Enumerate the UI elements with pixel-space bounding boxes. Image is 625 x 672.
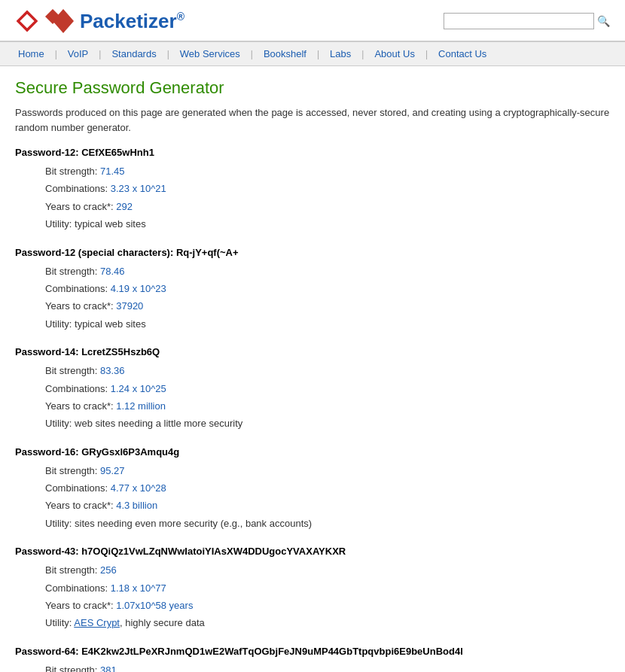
nav-about-us[interactable]: About Us <box>364 42 425 65</box>
intro-text: Passwords produced on this page are gene… <box>15 105 610 135</box>
utility-4: Utility: sites needing even more securit… <box>45 515 610 532</box>
years-4: Years to crack*: 4.3 billion <box>45 497 610 514</box>
password-details-4: Bit strength: 95.27 Combinations: 4.77 x… <box>15 462 610 533</box>
password-section-6: Password-64: E4K2kw2JtLPeXRJnmQD1wE2WafT… <box>15 646 610 672</box>
navbar: Home | VoIP | Standards | Web Services |… <box>0 41 625 66</box>
password-section-3: Password-14: LcretZS5Hszb6Q Bit strength… <box>15 346 610 433</box>
password-section-1: Password-12: CEfXE65wHnh1 Bit strength: … <box>15 147 610 233</box>
password-section-5: Password-43: h7OQiQz1VwLZqNWwIatoiYIAsXW… <box>15 546 610 632</box>
header: Packetizer® 🔍 <box>0 0 625 41</box>
nav-home[interactable]: Home <box>8 42 55 65</box>
logo-area: Packetizer® <box>15 8 184 35</box>
main-content: Secure Password Generator Passwords prod… <box>0 66 625 672</box>
page-title: Secure Password Generator <box>15 78 610 98</box>
years-5: Years to crack*: 1.07x10^58 years <box>45 597 610 614</box>
combinations-1: Combinations: 3.23 x 10^21 <box>45 180 610 197</box>
search-area: 🔍 <box>444 13 610 29</box>
bit-strength-6: Bit strength: 381 <box>45 661 610 672</box>
logo-text: Packetizer® <box>80 10 184 33</box>
bit-strength-2: Bit strength: 78.46 <box>45 263 610 280</box>
bit-strength-3: Bit strength: 83.36 <box>45 362 610 379</box>
password-label-4: Password-16: GRyGsxl6P3Amqu4g <box>15 446 610 458</box>
password-label-1: Password-12: CEfXE65wHnh1 <box>15 147 610 158</box>
utility-1: Utility: typical web sites <box>45 215 610 233</box>
password-details-6: Bit strength: 381 Combinations: 5.16 x 1… <box>15 661 610 672</box>
years-3: Years to crack*: 1.12 million <box>45 397 610 415</box>
password-details-3: Bit strength: 83.36 Combinations: 1.24 x… <box>15 362 610 433</box>
password-label-6: Password-64: E4K2kw2JtLPeXRJnmQD1wE2WafT… <box>15 646 610 657</box>
password-details-2: Bit strength: 78.46 Combinations: 4.19 x… <box>15 263 610 333</box>
password-section-4: Password-16: GRyGsxl6P3Amqu4g Bit streng… <box>15 446 610 533</box>
combinations-5: Combinations: 1.18 x 10^77 <box>45 579 610 597</box>
nav-voip[interactable]: VoIP <box>57 42 99 65</box>
nav-web-services[interactable]: Web Services <box>169 42 251 65</box>
bit-strength-5: Bit strength: 256 <box>45 561 610 579</box>
combinations-4: Combinations: 4.77 x 10^28 <box>45 479 610 497</box>
combinations-2: Combinations: 4.19 x 10^23 <box>45 280 610 297</box>
password-label-3: Password-14: LcretZS5Hszb6Q <box>15 346 610 357</box>
nav-standards[interactable]: Standards <box>101 42 166 65</box>
packetizer-logo-icon <box>44 8 75 35</box>
combinations-3: Combinations: 1.24 x 10^25 <box>45 380 610 397</box>
search-input[interactable] <box>444 13 594 29</box>
password-label-2: Password-12 (special characters): Rq-jY+… <box>15 247 610 258</box>
password-label-5: Password-43: h7OQiQz1VwLZqNWwIatoiYIAsXW… <box>15 546 610 557</box>
utility-3: Utility: web sites needing a little more… <box>45 415 610 432</box>
password-section-2: Password-12 (special characters): Rq-jY+… <box>15 247 610 333</box>
years-2: Years to crack*: 37920 <box>45 297 610 315</box>
utility-5: Utility: AES Crypt, highly secure data <box>45 614 610 631</box>
nav-contact-us[interactable]: Contact Us <box>428 42 497 65</box>
utility-2: Utility: typical web sites <box>45 315 610 333</box>
years-1: Years to crack*: 292 <box>45 198 610 215</box>
password-details-1: Bit strength: 71.45 Combinations: 3.23 x… <box>15 163 610 233</box>
bit-strength-4: Bit strength: 95.27 <box>45 462 610 479</box>
search-button[interactable]: 🔍 <box>597 15 610 27</box>
nav-labs[interactable]: Labs <box>319 42 361 65</box>
nav-bookshelf[interactable]: Bookshelf <box>253 42 317 65</box>
logo-icon <box>15 9 39 33</box>
password-details-5: Bit strength: 256 Combinations: 1.18 x 1… <box>15 561 610 632</box>
bit-strength-1: Bit strength: 71.45 <box>45 163 610 180</box>
